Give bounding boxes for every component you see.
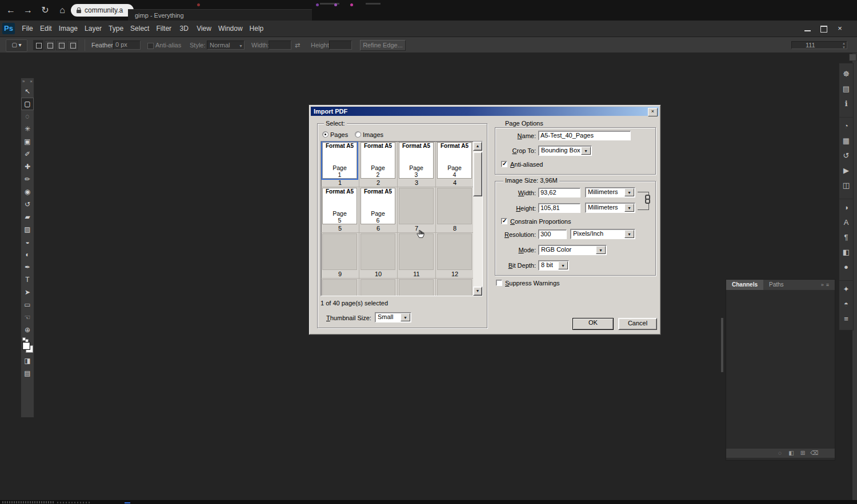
- gradient-tool[interactable]: ▨: [21, 223, 34, 236]
- scrollbar[interactable]: [721, 318, 723, 372]
- menu-edit[interactable]: Edit: [37, 21, 55, 37]
- menu-view[interactable]: View: [193, 21, 215, 37]
- panel-menu-icon[interactable]: ≡: [826, 282, 831, 288]
- refine-edge-button[interactable]: Refine Edge...: [360, 40, 406, 51]
- pdf-page-cell-5[interactable]: Format A5Page55: [321, 187, 359, 233]
- constrain-proportions-checkbox[interactable]: [501, 218, 507, 224]
- pdf-page-cell-15[interactable]: [398, 279, 436, 296]
- brush-tool[interactable]: ✏: [21, 173, 34, 186]
- menu-window[interactable]: Window: [215, 21, 246, 37]
- type-tool[interactable]: T: [21, 273, 34, 286]
- menu-select[interactable]: Select: [127, 21, 153, 37]
- rectangular-marquee-tool[interactable]: ▢: [21, 98, 34, 110]
- close-icon[interactable]: ×: [30, 78, 33, 85]
- history-brush-tool[interactable]: ↺: [21, 198, 34, 211]
- navigator-panel-icon[interactable]: ☸: [839, 67, 853, 82]
- tool-preset-picker[interactable]: ▢ ▾: [6, 39, 27, 52]
- feather-input[interactable]: 0 px: [113, 41, 141, 50]
- eraser-tool[interactable]: ▰: [21, 211, 34, 223]
- tab-paths[interactable]: Paths: [763, 280, 790, 290]
- scrollbar-thumb[interactable]: [473, 152, 482, 196]
- channels-panel-icon[interactable]: ●: [839, 260, 853, 275]
- menu-layer[interactable]: Layer: [81, 21, 105, 37]
- address-bar[interactable]: community.a: [71, 4, 134, 17]
- properties-panel-icon[interactable]: ◫: [839, 178, 853, 193]
- mode-dropdown[interactable]: RGB Color ▼: [538, 245, 607, 255]
- paths-panel-icon[interactable]: ✦: [839, 280, 853, 297]
- pen-tool[interactable]: ✒: [21, 261, 34, 273]
- swap-dimensions-icon[interactable]: ⇄: [295, 42, 300, 49]
- character-panel-icon[interactable]: A: [839, 215, 853, 230]
- height-unit-dropdown[interactable]: Millimeters ▼: [585, 203, 635, 213]
- new-channel-button[interactable]: ⊞: [797, 449, 808, 458]
- lasso-tool[interactable]: ◌: [21, 110, 34, 123]
- move-tool[interactable]: ↖: [21, 85, 34, 98]
- new-selection-mode-button[interactable]: [33, 40, 43, 50]
- color-swatches[interactable]: [21, 337, 34, 354]
- menu-type[interactable]: Type: [105, 21, 127, 37]
- histogram-panel-icon[interactable]: ◔: [839, 117, 853, 134]
- scroll-down-button[interactable]: ▼: [473, 287, 482, 296]
- forward-icon[interactable]: →: [22, 4, 34, 17]
- cancel-button[interactable]: Cancel: [618, 318, 657, 330]
- hand-tool[interactable]: ☜: [21, 311, 34, 324]
- subtract-from-selection-mode-button[interactable]: [56, 40, 66, 50]
- menu-filter[interactable]: Filter: [153, 21, 175, 37]
- anti-alias-checkbox[interactable]: [147, 43, 154, 49]
- height-input[interactable]: 105,81: [538, 203, 580, 213]
- save-selection-as-channel-button[interactable]: ◧: [786, 449, 797, 458]
- resolution-unit-dropdown[interactable]: Pixels/Inch ▼: [570, 229, 635, 239]
- quick-mask-button[interactable]: ◨: [21, 354, 34, 367]
- healing-brush-tool[interactable]: ✚: [21, 160, 34, 173]
- style-dropdown[interactable]: Normal▼: [207, 41, 245, 50]
- collapse-icon[interactable]: »: [22, 78, 25, 85]
- home-icon[interactable]: ⌂: [56, 4, 69, 17]
- swatches-panel-icon[interactable]: ▤: [839, 82, 853, 96]
- blur-tool[interactable]: ◒: [21, 236, 34, 248]
- foreground-color-swatch[interactable]: [22, 342, 30, 350]
- menu-3d[interactable]: 3D: [175, 21, 193, 37]
- load-channel-as-selection-button[interactable]: ◌: [774, 449, 786, 458]
- eyedropper-tool[interactable]: ✐: [21, 148, 34, 160]
- bit-depth-dropdown[interactable]: 8 bit ▼: [538, 260, 569, 271]
- back-icon[interactable]: ←: [5, 4, 17, 17]
- anti-aliased-checkbox[interactable]: [501, 161, 507, 167]
- adjustments-panel-icon[interactable]: ◑: [839, 199, 853, 215]
- refresh-icon[interactable]: ↻: [39, 4, 51, 17]
- name-input[interactable]: A5-Test_40_Pages: [538, 131, 631, 140]
- pdf-page-cell-12[interactable]: 12: [436, 233, 474, 279]
- info-panel-icon[interactable]: ℹ: [839, 96, 853, 111]
- pdf-page-cell-14[interactable]: [359, 279, 398, 296]
- zoom-tool[interactable]: ⊕: [21, 324, 34, 336]
- crop-tool[interactable]: ▣: [21, 135, 34, 148]
- clone-source-panel-icon[interactable]: ≡: [839, 312, 853, 326]
- delete-channel-button[interactable]: ⌫: [808, 449, 820, 458]
- brush-presets-panel-icon[interactable]: ◓: [839, 297, 853, 312]
- close-window-button[interactable]: ×: [834, 24, 846, 33]
- intersect-selection-mode-button[interactable]: [67, 40, 78, 50]
- stepper-icon[interactable]: ▲▼: [842, 42, 846, 50]
- pdf-page-cell-10[interactable]: 10: [359, 233, 398, 279]
- layers-panel-icon[interactable]: ◧: [839, 245, 853, 260]
- images-radio[interactable]: [355, 131, 361, 138]
- pdf-page-cell-16[interactable]: [436, 279, 474, 296]
- browser-tab[interactable]: gimp - Everything: [128, 9, 312, 21]
- menu-help[interactable]: Help: [246, 21, 267, 37]
- pdf-page-cell-6[interactable]: Format A5Page66: [359, 187, 398, 233]
- pdf-page-cell-8[interactable]: 8: [436, 187, 474, 233]
- path-selection-tool[interactable]: ➤: [21, 286, 34, 299]
- actions-panel-icon[interactable]: ▶: [839, 163, 853, 178]
- magic-wand-tool[interactable]: ✳: [21, 123, 34, 135]
- menu-file[interactable]: File: [18, 21, 37, 37]
- pdf-list-scrollbar[interactable]: ▲ ▼: [473, 142, 482, 296]
- screen-mode-button[interactable]: ▤: [21, 367, 34, 380]
- pdf-page-cell-13[interactable]: [321, 279, 359, 296]
- paragraph-panel-icon[interactable]: ¶: [839, 230, 853, 245]
- minimize-button[interactable]: [802, 24, 814, 33]
- suppress-warnings-checkbox[interactable]: [496, 280, 502, 286]
- add-to-selection-mode-button[interactable]: [45, 40, 55, 50]
- width-unit-dropdown[interactable]: Millimeters ▼: [585, 187, 635, 197]
- pdf-page-cell-3[interactable]: Format A5Page33: [398, 142, 436, 187]
- pdf-page-cell-7[interactable]: 7: [398, 187, 436, 233]
- height-input[interactable]: [329, 41, 352, 50]
